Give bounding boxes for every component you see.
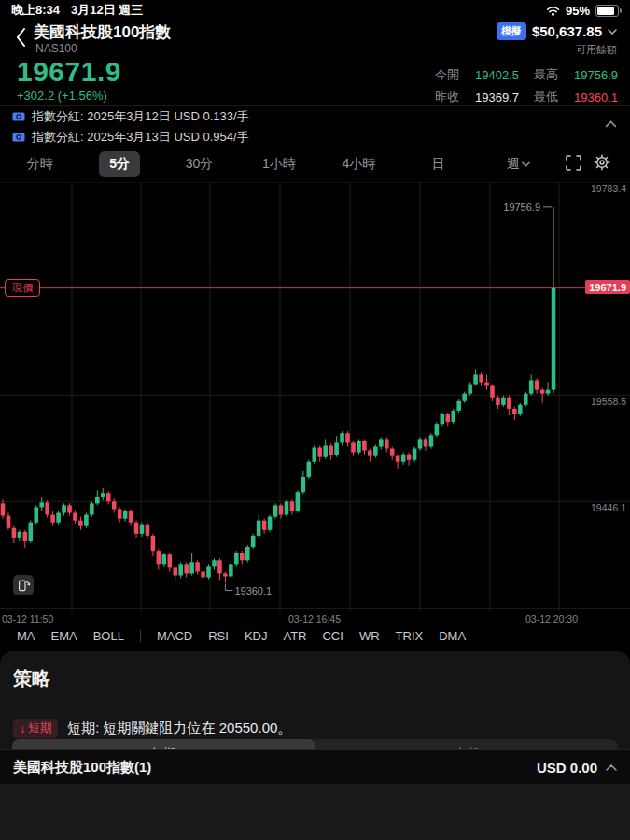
prev-close-value: 19369.7 bbox=[465, 91, 519, 105]
current-price-line bbox=[0, 287, 630, 288]
quote-section: 19671.9 +302.2 (+1.56%) 今開 19402.5 最高 19… bbox=[0, 54, 630, 105]
chart-settings-gear-icon[interactable] bbox=[594, 154, 610, 175]
strategy-text: 短期: 短期關鍵阻力位在 20550.00。 bbox=[67, 720, 291, 737]
open-label: 今開 bbox=[435, 66, 465, 83]
time-axis-label: 03-12 16:45 bbox=[288, 613, 341, 624]
timeframe-tab-日[interactable]: 日 bbox=[399, 147, 478, 181]
notice-section: 指數分紅: 2025年3月12日 USD 0.133/手指數分紅: 2025年3… bbox=[0, 105, 630, 147]
chevron-up-icon[interactable] bbox=[606, 764, 617, 771]
quote-grid: 今開 19402.5 最高 19756.9 昨收 19369.7 最低 1936… bbox=[435, 63, 618, 108]
indicator-divider bbox=[140, 630, 141, 642]
current-price-badge: 19671.9 bbox=[585, 280, 630, 294]
timeframe-bar: 分時5分30分1小時4小時日週 bbox=[0, 147, 630, 181]
badge-label: 短期 bbox=[28, 721, 51, 736]
trading-app: 晚上8:34 3月12日 週三 95% 美國科技股100指數 NAS100 模擬… bbox=[0, 0, 630, 840]
back-button[interactable] bbox=[9, 26, 32, 49]
time-axis-label: 03-12 20:30 bbox=[525, 613, 578, 624]
simulation-badge: 模擬 bbox=[497, 22, 526, 40]
prev-close-label: 昨收 bbox=[435, 89, 465, 105]
timeframe-tab-分時[interactable]: 分時 bbox=[0, 147, 79, 181]
battery-icon bbox=[595, 5, 619, 17]
fullscreen-icon[interactable] bbox=[566, 155, 581, 175]
indicator-macd[interactable]: MACD bbox=[157, 629, 192, 643]
indicator-atr[interactable]: ATR bbox=[283, 629, 306, 643]
svg-text:19783.4: 19783.4 bbox=[591, 183, 626, 194]
chevron-down-icon bbox=[608, 29, 617, 35]
notice-text: 指數分紅: 2025年3月13日 USD 0.954/手 bbox=[32, 129, 249, 146]
svg-text:19446.1: 19446.1 bbox=[591, 502, 626, 513]
status-time: 晚上8:34 bbox=[11, 2, 60, 19]
dividend-icon bbox=[12, 111, 25, 122]
account-selector[interactable]: 模擬 $50,637.85 bbox=[497, 22, 617, 40]
dividend-icon bbox=[12, 132, 25, 143]
strategy-heading: 策略 bbox=[13, 666, 50, 692]
indicator-trix[interactable]: TRIX bbox=[396, 629, 424, 643]
status-date: 3月12日 週三 bbox=[71, 2, 143, 19]
open-value: 19402.5 bbox=[465, 68, 519, 82]
timeframe-tab-週[interactable]: 週 bbox=[479, 147, 558, 181]
indicator-rsi[interactable]: RSI bbox=[208, 629, 229, 643]
notice-row[interactable]: 指數分紅: 2025年3月12日 USD 0.133/手 bbox=[0, 106, 630, 127]
short-term-badge: ↓ 短期 bbox=[13, 719, 58, 738]
status-bar: 晚上8:34 3月12日 週三 95% bbox=[0, 0, 630, 19]
symbol-code: NAS100 bbox=[35, 42, 77, 55]
page-title: 美國科技股100指數 bbox=[34, 21, 171, 43]
svg-text:19360.1: 19360.1 bbox=[234, 585, 272, 596]
indicator-cci[interactable]: CCI bbox=[322, 629, 343, 643]
down-arrow-icon: ↓ bbox=[20, 722, 25, 735]
position-name: 美國科技股100指數(1) bbox=[13, 759, 151, 777]
notice-row[interactable]: 指數分紅: 2025年3月13日 USD 0.954/手 bbox=[0, 127, 630, 147]
indicator-boll[interactable]: BOLL bbox=[93, 629, 124, 643]
current-price-tag: 現價 bbox=[5, 279, 40, 297]
rotate-landscape-button[interactable] bbox=[13, 575, 34, 595]
low-label: 最低 bbox=[534, 89, 564, 105]
svg-text:19756.9: 19756.9 bbox=[503, 202, 540, 213]
collapse-notices-button[interactable] bbox=[605, 115, 618, 128]
svg-text:19558.5: 19558.5 bbox=[591, 396, 626, 407]
indicator-ema[interactable]: EMA bbox=[51, 629, 77, 643]
position-bar[interactable]: 美國科技股100指數(1) USD 0.00 bbox=[0, 749, 630, 784]
battery-percent: 95% bbox=[566, 4, 590, 18]
timeframe-tab-30分[interactable]: 30分 bbox=[160, 147, 239, 181]
wifi-icon bbox=[546, 6, 560, 16]
indicator-kdj[interactable]: KDJ bbox=[245, 629, 268, 643]
chart-canvas: 19756.919360.119783.419558.519446.1 bbox=[0, 182, 630, 612]
notice-text: 指數分紅: 2025年3月12日 USD 0.133/手 bbox=[32, 108, 249, 125]
timeframe-tab-1小時[interactable]: 1小時 bbox=[239, 147, 318, 181]
trade-bar: 賣出 19671.9 買入 19676.3 bbox=[0, 784, 630, 840]
indicator-ma[interactable]: MA bbox=[17, 629, 35, 643]
chevron-down-icon bbox=[522, 161, 530, 167]
high-value: 19756.9 bbox=[564, 68, 618, 82]
timeframe-tab-5分[interactable]: 5分 bbox=[79, 147, 159, 181]
price-change: +302.2 (+1.56%) bbox=[17, 89, 107, 103]
last-price: 19671.9 bbox=[17, 56, 121, 88]
time-axis-label: 03-12 11:50 bbox=[2, 613, 53, 624]
header: 美國科技股100指數 NAS100 模擬 $50,637.85 可用餘額 bbox=[0, 19, 630, 54]
account-balance: $50,637.85 bbox=[532, 23, 602, 39]
timeframe-tab-4小時[interactable]: 4小時 bbox=[319, 147, 399, 181]
candlestick-chart[interactable]: 19756.919360.119783.419558.519446.1 現價 1… bbox=[0, 182, 630, 612]
indicator-bar: MAEMABOLLMACDRSIKDJATRCCIWRTRIXDMA bbox=[0, 625, 630, 646]
position-value: USD 0.00 bbox=[537, 760, 597, 776]
indicator-dma[interactable]: DMA bbox=[439, 629, 466, 643]
time-axis: 03-12 11:5003-12 16:4503-12 20:30 bbox=[0, 612, 630, 625]
low-value: 19360.1 bbox=[564, 91, 618, 105]
indicator-wr[interactable]: WR bbox=[359, 629, 380, 643]
high-label: 最高 bbox=[534, 66, 564, 83]
